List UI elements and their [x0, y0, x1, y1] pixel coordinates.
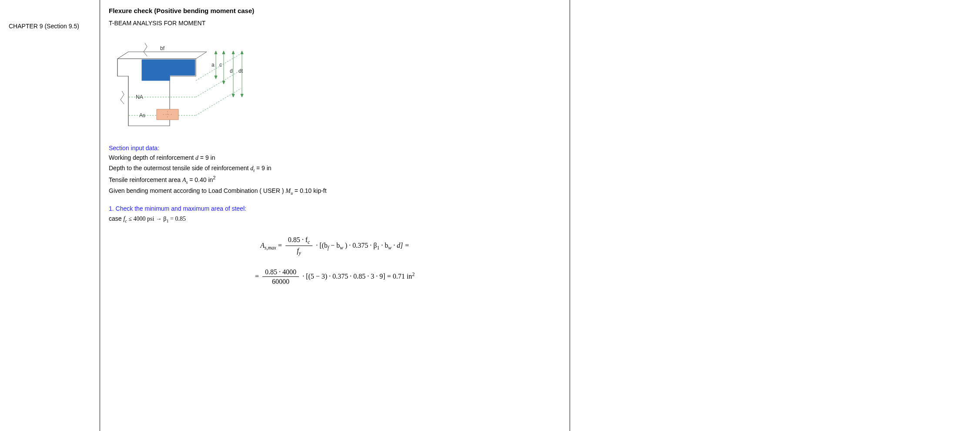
- svg-line-6: [196, 70, 241, 97]
- svg-marker-15: [215, 76, 217, 79]
- step1-case-expr: ≤ 4000 psi → β: [127, 216, 167, 222]
- f1-b2: − b: [331, 242, 340, 249]
- step1-case-pre: case: [109, 215, 123, 222]
- sidebar-column: CHAPTER 9 (Section 9.5): [0, 0, 100, 431]
- page: CHAPTER 9 (Section 9.5) Flexure check (P…: [0, 0, 980, 431]
- f2-num: 0.85 · 4000: [262, 268, 299, 276]
- chapter-reference: CHAPTER 9 (Section 9.5): [9, 22, 95, 30]
- svg-marker-23: [241, 51, 243, 54]
- f2-tail: · [(5 − 3) · 0.375 · 0.85 · 3 · 9] = 0.7…: [302, 273, 412, 280]
- label-dt: dt: [238, 68, 243, 74]
- svg-marker-21: [232, 94, 235, 97]
- f1-lhs-sub: s,max: [265, 245, 276, 250]
- formula-asmax-symbolic: As,max = 0.85 · fc fy · [(bf − bw ) · 0.…: [109, 236, 561, 256]
- svg-marker-4: [142, 60, 195, 81]
- main-column: Flexure check (Positive bending moment c…: [100, 0, 570, 431]
- input-d: Working depth of reinforcement d = 9 in: [109, 153, 561, 162]
- step1-heading: 1. Check the minimum and maximum area of…: [109, 204, 561, 213]
- analysis-subtitle: T-BEAM ANALYSIS FOR MOMENT: [109, 20, 561, 27]
- input-dt-label: Depth to the outermost tensile side of r…: [109, 165, 250, 172]
- label-d: d: [230, 68, 233, 74]
- f1-b5: · d] =: [393, 242, 409, 249]
- input-as-value: = 0.40 in: [188, 176, 213, 183]
- svg-marker-14: [215, 51, 217, 54]
- svg-marker-24: [241, 94, 243, 97]
- f2-den: 60000: [262, 277, 299, 286]
- input-d-value: = 9 in: [198, 154, 215, 161]
- svg-line-9: [196, 54, 241, 81]
- input-mu: Given bending moment according to Load C…: [109, 186, 561, 196]
- label-bf: bf: [160, 45, 165, 51]
- input-as-label: Tensile reinforcement area: [109, 176, 182, 183]
- svg-marker-18: [222, 81, 225, 84]
- f1-den-sub: y: [299, 250, 301, 256]
- page-title: Flexure check (Positive bending moment c…: [109, 7, 561, 14]
- f1-b1: · [(b: [316, 242, 328, 249]
- tbeam-svg: bf a c d dt NA As: [109, 33, 257, 133]
- section-input-heading: Section input data:: [109, 144, 561, 152]
- label-as: As: [139, 112, 145, 118]
- input-mu-label: Given bending moment according to Load C…: [109, 187, 285, 194]
- f1-num-sub: c: [308, 239, 310, 245]
- input-dt-value: = 9 in: [255, 165, 272, 172]
- f2-pre: =: [255, 273, 261, 280]
- f1-b3: ) · 0.375 · β: [345, 242, 377, 249]
- svg-marker-20: [232, 51, 235, 54]
- input-as: Tensile reinforcement area As = 0.40 in2: [109, 175, 561, 185]
- svg-marker-17: [222, 51, 225, 54]
- formula-asmax-numeric: = 0.85 · 4000 60000 · [(5 − 3) · 0.375 ·…: [109, 268, 561, 286]
- step1-case-val: = 0.85: [169, 216, 186, 222]
- label-c: c: [219, 62, 222, 68]
- label-a: a: [211, 62, 215, 68]
- tbeam-diagram: bf a c d dt NA As: [109, 33, 561, 134]
- input-mu-value: = 0.10 kip-ft: [293, 187, 326, 194]
- input-dt: Depth to the outermost tensile side of r…: [109, 164, 561, 174]
- step1-case: case fc ≤ 4000 psi → β1 = 0.85: [109, 214, 561, 224]
- f1-b4: · b: [381, 242, 388, 249]
- f1-num: 0.85 · f: [288, 236, 308, 243]
- svg-marker-2: [117, 52, 207, 59]
- label-na: NA: [136, 94, 143, 100]
- svg-line-8: [196, 88, 241, 115]
- input-d-label: Working depth of reinforcement: [109, 154, 195, 161]
